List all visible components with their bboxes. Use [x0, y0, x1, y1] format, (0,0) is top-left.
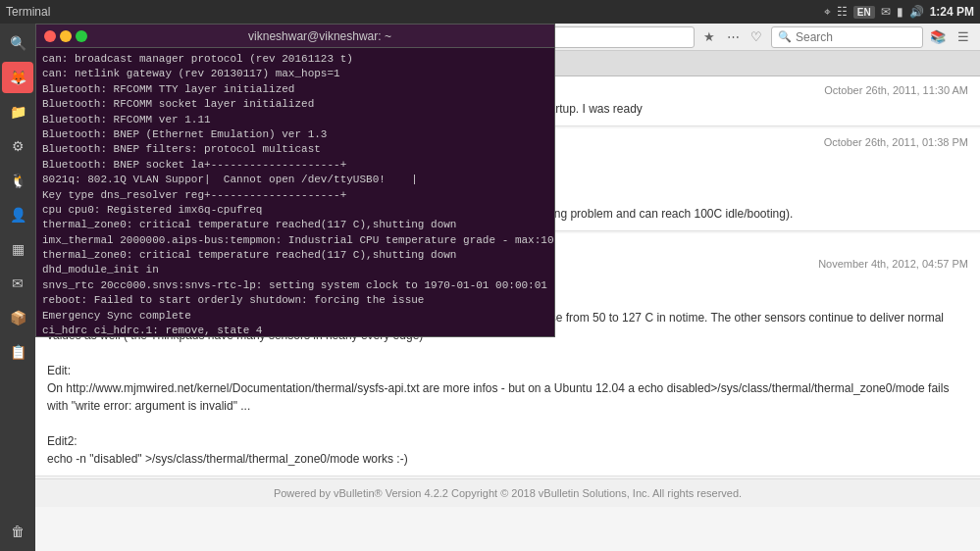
terminal-window: vikneshwar@vikneshwar: ~ can: broadcast … — [35, 24, 555, 337]
footer-text: Powered by vBulletin® Version 4.2.2 Copy… — [274, 487, 742, 499]
heart-icon[interactable]: ♡ — [746, 26, 767, 48]
sidebar-icon-ubuntu[interactable]: 🐧 — [2, 165, 33, 196]
terminal-line: ci_hdrc ci_hdrc.1: remove, state 4 — [42, 324, 548, 336]
terminal-line: dhd_module_init in — [42, 263, 548, 277]
sidebar-icon-search[interactable]: 🔍 — [2, 27, 33, 59]
sidebar-icon-more2[interactable]: 📋 — [2, 336, 33, 368]
menu-icon[interactable]: ☰ — [953, 26, 974, 48]
sidebar-icon-trash[interactable]: 🗑 — [2, 516, 33, 547]
sidebar-icon-settings[interactable]: ⚙ — [2, 130, 33, 162]
search-icon: 🔍 — [778, 30, 792, 43]
topbar-left: Terminal — [6, 5, 50, 19]
topbar-right: ⌖ ☷ EN ✉ ▮ 🔊 1:24 PM — [824, 5, 974, 19]
network-icon[interactable]: ☷ — [837, 5, 848, 19]
terminal-title-text: vikneshwar@vikneshwar: ~ — [93, 29, 546, 43]
sidebar-icon-firefox[interactable]: 🦊 — [2, 62, 33, 93]
terminal-line: 8021q: 802.1Q VLAN Suppor| Cannot open /… — [42, 173, 548, 187]
sidebar-bottom: 🗑 — [2, 516, 33, 547]
bluetooth-icon[interactable]: ⌖ — [824, 5, 831, 19]
sidebar-icon-more1[interactable]: 📦 — [2, 302, 33, 333]
terminal-line: imx_thermal 2000000.aips-bus:tempmon: In… — [42, 233, 548, 248]
toolbar-icons: ★ ⋯ ♡ — [698, 26, 767, 48]
terminal-titlebar: vikneshwar@vikneshwar: ~ — [36, 25, 554, 48]
page-footer: Powered by vBulletin® Version 4.2.2 Copy… — [35, 478, 980, 507]
terminal-line: thermal_zone0: critical temperature reac… — [42, 248, 548, 263]
close-button[interactable] — [44, 30, 56, 42]
terminal-line: snvs_rtc 20cc000.snvs:snvs-rtc-lp: setti… — [42, 278, 548, 293]
terminal-line: can: broadcast manager protocol (rev 201… — [42, 52, 548, 67]
search-box[interactable]: 🔍 — [771, 26, 923, 48]
terminal-title: Terminal — [6, 5, 50, 19]
terminal-line: Emergency Sync complete — [42, 309, 548, 324]
volume-icon[interactable]: 🔊 — [909, 5, 924, 19]
keyboard-layout[interactable]: EN — [853, 6, 875, 19]
sidebar-icon-folder[interactable]: 📁 — [2, 96, 33, 127]
sidebar-icon-people[interactable]: 👤 — [2, 199, 33, 230]
terminal-line: cpu cpu0: Registered imx6q-cpufreq — [42, 203, 548, 218]
terminal-line: Bluetooth: BNEP (Ethernet Emulation) ver… — [42, 127, 548, 142]
terminal-line: reboot: Failed to start orderly shutdown… — [42, 293, 548, 308]
terminal-line: can: netlink gateway (rev 20130117) max_… — [42, 67, 548, 81]
terminal-line: Key type dns_resolver reg+--------------… — [42, 188, 548, 203]
terminal-line: Bluetooth: RFCOMM TTY layer initialized — [42, 82, 548, 97]
left-sidebar: 🔍 🦊 📁 ⚙ 🐧 👤 ▦ ✉ 📦 📋 🗑 — [0, 24, 35, 551]
clock: 1:24 PM — [930, 5, 974, 19]
terminal-line: Bluetooth: RFCOMM socket layer initializ… — [42, 97, 548, 112]
bookmarks-icon[interactable]: 📚 — [927, 26, 949, 48]
envelope-icon[interactable]: ✉ — [881, 5, 891, 19]
terminal-line: Bluetooth: BNEP filters: protocol multic… — [42, 142, 548, 157]
terminal-line: Bluetooth: BNEP socket la+--------------… — [42, 158, 548, 173]
battery-icon[interactable]: ▮ — [897, 5, 903, 19]
sidebar-icon-apps[interactable]: ▦ — [2, 233, 33, 265]
maximize-button[interactable] — [76, 30, 87, 42]
window-controls — [44, 30, 87, 42]
more-icon[interactable]: ⋯ — [722, 26, 744, 48]
search-input[interactable] — [796, 30, 916, 44]
terminal-line: Bluetooth: RFCOMM ver 1.11 — [42, 113, 548, 127]
bookmark-star-icon[interactable]: ★ — [698, 26, 720, 48]
minimize-button[interactable] — [60, 30, 72, 42]
terminal-body[interactable]: can: broadcast manager protocol (rev 201… — [36, 48, 554, 336]
sidebar-icon-mail[interactable]: ✉ — [2, 268, 33, 299]
system-topbar: Terminal ⌖ ☷ EN ✉ ▮ 🔊 1:24 PM — [0, 0, 980, 24]
terminal-line: thermal_zone0: critical temperature reac… — [42, 218, 548, 232]
